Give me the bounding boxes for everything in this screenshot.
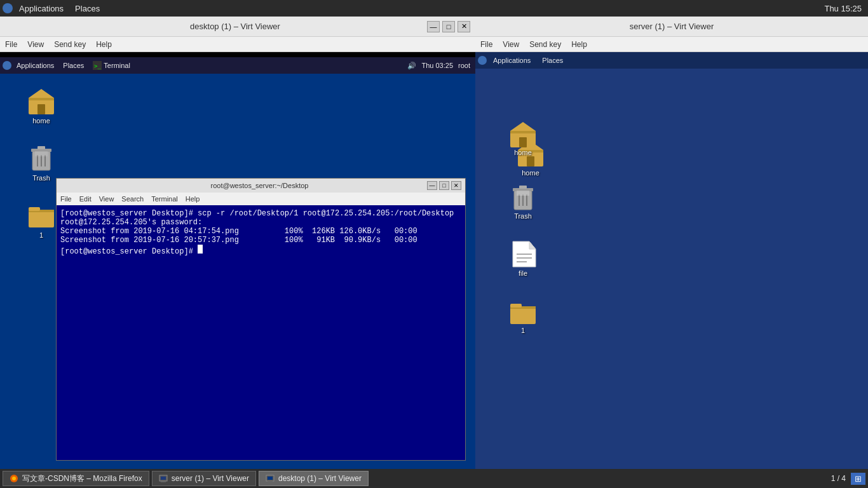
vv-right-menu-file[interactable]: File [480, 40, 492, 49]
main-workspace-btn[interactable]: ⊞ [851, 473, 865, 485]
terminal-maximize-btn[interactable]: □ [439, 181, 449, 190]
terminal-minimize-btn[interactable]: — [427, 181, 437, 190]
file-icon-right-svg [508, 239, 538, 269]
svg-rect-25 [519, 137, 527, 147]
system-bar-right: Thu 15:25 [824, 4, 868, 13]
desktop-icon-trash-right-pos[interactable]: Trash [501, 179, 545, 222]
inner-fedora-icon-left [3, 61, 11, 70]
inner-sound-icon-left: 🔊 [407, 62, 416, 70]
desktop-viewer-label: desktop (1) – Virt Viewer [278, 474, 362, 483]
folder1-icon-left [26, 200, 57, 230]
vv-right-menu-sendkey[interactable]: Send key [529, 40, 561, 49]
svg-point-42 [12, 477, 16, 480]
taskbar-server-viewer[interactable]: server (1) – Virt Viewer [152, 471, 256, 486]
inner-places-menu-right[interactable]: Places [537, 55, 568, 65]
firefox-label: 写文章-CSDN博客 – Mozilla Firefox [22, 473, 142, 484]
terminal-line-1: [root@westos_server Desktop]# scp -r /ro… [60, 209, 454, 256]
vv-right-menubar: File View Send key Help [475, 37, 868, 52]
desktop-icon-home-left[interactable]: home [19, 83, 64, 127]
svg-rect-15 [29, 207, 40, 211]
inner-applications-menu-right[interactable]: Applications [488, 55, 536, 65]
taskbar-firefox[interactable]: 写文章-CSDN博客 – Mozilla Firefox [3, 471, 149, 486]
trash-icon-label: Trash [32, 174, 50, 182]
trash-label-right: Trash [514, 212, 532, 220]
terminal-label: Terminal [104, 62, 130, 69]
terminal-close-btn[interactable]: ✕ [451, 181, 461, 190]
vv-right-titlebar: server (1) – Virt Viewer [475, 17, 868, 37]
vv-left-controls: — □ ✕ [427, 21, 470, 32]
svg-rect-12 [35, 151, 48, 156]
virt-viewer-left-window: desktop (1) – Virt Viewer — □ ✕ File Vie… [0, 17, 475, 488]
svg-rect-40 [510, 304, 522, 308]
folder1-label-right: 1 [521, 327, 525, 334]
firefox-icon [10, 474, 18, 483]
main-taskbar-left: 写文章-CSDN博客 – Mozilla Firefox server (1) … [3, 471, 369, 486]
terminal-menu-edit[interactable]: Edit [79, 195, 92, 203]
close-button[interactable]: ✕ [458, 21, 470, 32]
places-menu[interactable]: Places [70, 3, 105, 15]
home-icon-right-svg [508, 118, 538, 149]
inner-taskbar-left-right: 🔊 Thu 03:25 root [407, 62, 475, 70]
maximize-button[interactable]: □ [442, 21, 455, 32]
trash-icon [26, 142, 57, 173]
inner-terminal-btn-left[interactable]: >_ Terminal [89, 60, 134, 71]
terminal-menu-view[interactable]: View [99, 195, 114, 203]
file-label-right: file [519, 269, 527, 277]
terminal-content[interactable]: [root@westos_server Desktop]# scp -r /ro… [57, 205, 465, 460]
main-taskbar-right: 1 / 4 ⊞ [831, 473, 865, 485]
system-bar-left: Applications Places [0, 3, 105, 15]
vv-menu-help[interactable]: Help [96, 40, 112, 49]
terminal-menu-search[interactable]: Search [121, 195, 144, 203]
terminal-cursor [198, 245, 203, 254]
fedora-icon [3, 3, 13, 13]
desktop-viewer-icon [266, 474, 275, 483]
terminal-menubar: File Edit View Search Terminal Help [57, 193, 465, 205]
server-viewer-label: server (1) – Virt Viewer [172, 474, 249, 483]
terminal-window: root@westos_server:~/Desktop — □ ✕ File … [56, 178, 466, 461]
svg-rect-44 [161, 477, 166, 480]
svg-rect-13 [29, 210, 54, 227]
desktop-icon-file-right-pos[interactable]: file [501, 236, 545, 280]
main-pager: 1 / 4 [831, 474, 846, 483]
vv-menu-view[interactable]: View [27, 40, 44, 49]
taskbar-desktop-viewer[interactable]: desktop (1) – Virt Viewer [259, 471, 369, 486]
folder1-icon-left-label: 1 [39, 231, 43, 239]
main-taskbar: 写文章-CSDN博客 – Mozilla Firefox server (1) … [0, 469, 868, 488]
svg-rect-47 [268, 477, 273, 480]
inner-user-left: root [458, 62, 470, 69]
svg-marker-34 [529, 241, 536, 249]
applications-menu[interactable]: Applications [14, 3, 69, 15]
home-icon-label: home [32, 117, 50, 125]
vv-menu-file[interactable]: File [5, 40, 17, 49]
svg-text:>_: >_ [94, 63, 101, 69]
trash-icon-right-svg [508, 182, 538, 212]
vv-left-title: desktop (1) – Virt Viewer [43, 22, 427, 31]
minimize-button[interactable]: — [427, 21, 440, 32]
svg-rect-23 [510, 131, 536, 133]
inner-places-menu-left[interactable]: Places [59, 60, 88, 71]
vv-right-menu-help[interactable]: Help [571, 40, 587, 49]
vv-left-menubar: File View Send key Help [0, 37, 475, 52]
vv-right-menu-view[interactable]: View [503, 40, 519, 49]
svg-rect-3 [29, 98, 54, 100]
desktop-icon-home-right-pos[interactable]: home [501, 116, 545, 159]
inner-desktop-right: Applications Places home home [475, 52, 868, 488]
server-viewer-icon [159, 474, 168, 483]
inner-taskbar-right: Applications Places [475, 52, 868, 69]
terminal-titlebar: root@westos_server:~/Desktop — □ ✕ [57, 179, 465, 193]
terminal-menu-file[interactable]: File [60, 195, 72, 203]
terminal-controls: — □ ✕ [427, 181, 461, 190]
terminal-menu-terminal[interactable]: Terminal [151, 195, 178, 203]
svg-rect-8 [37, 146, 45, 149]
black-strip [0, 52, 475, 57]
svg-rect-45 [161, 481, 166, 482]
system-bar: Applications Places Thu 15:25 [0, 0, 868, 17]
vv-menu-sendkey[interactable]: Send key [54, 40, 86, 49]
inner-applications-menu-left[interactable]: Applications [13, 60, 58, 71]
svg-rect-38 [510, 306, 536, 324]
desktop-icon-folder1-right-pos[interactable]: 1 [501, 294, 545, 337]
terminal-menu-help[interactable]: Help [186, 195, 200, 203]
system-time: Thu 15:25 [824, 4, 862, 13]
inner-desktop-left: Applications Places >_ Terminal 🔊 Thu 03… [0, 57, 475, 488]
svg-rect-32 [517, 191, 529, 196]
